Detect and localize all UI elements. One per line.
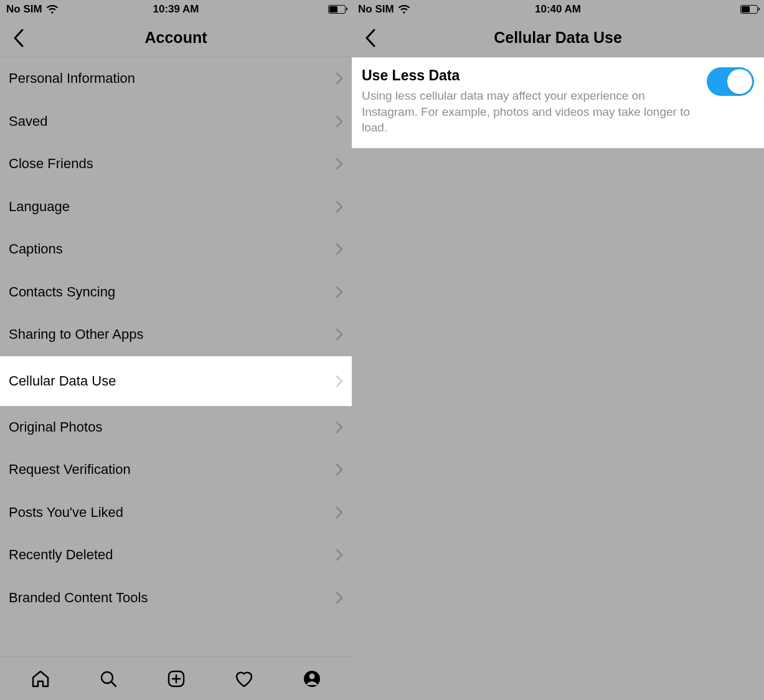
list-item-personal-information[interactable]: Personal Information xyxy=(0,57,352,100)
search-icon xyxy=(98,669,118,689)
list-item-label: Posts You've Liked xyxy=(9,504,123,521)
list-item-label: Contacts Syncing xyxy=(9,284,115,300)
battery-icon xyxy=(740,5,758,14)
chevron-left-icon xyxy=(13,29,24,47)
chevron-right-icon xyxy=(336,286,343,298)
chevron-right-icon xyxy=(336,506,343,519)
tab-activity[interactable] xyxy=(230,665,258,693)
list-item-captions[interactable]: Captions xyxy=(0,228,352,271)
chevron-right-icon xyxy=(336,421,343,433)
clock-label: 10:39 AM xyxy=(0,3,352,16)
tab-profile[interactable] xyxy=(298,665,326,693)
use-less-data-toggle[interactable] xyxy=(707,67,754,96)
list-item-saved[interactable]: Saved xyxy=(0,100,352,143)
list-item-language[interactable]: Language xyxy=(0,186,352,229)
nav-header: Account xyxy=(0,19,352,57)
list-item-label: Original Photos xyxy=(9,419,102,435)
heart-icon xyxy=(233,669,255,689)
list-item-label: Captions xyxy=(9,241,63,257)
use-less-data-row: Use Less Data Using less cellular data m… xyxy=(352,57,764,148)
chevron-right-icon xyxy=(336,243,343,255)
chevron-right-icon xyxy=(336,463,343,476)
list-item-posts-youve-liked[interactable]: Posts You've Liked xyxy=(0,491,352,534)
account-screen: No SIM 10:39 AM Account Personal Informa… xyxy=(0,0,352,700)
empty-area xyxy=(352,148,764,700)
list-item-label: Cellular Data Use xyxy=(9,373,116,389)
list-item-close-friends[interactable]: Close Friends xyxy=(0,143,352,186)
list-item-branded-content-tools[interactable]: Branded Content Tools xyxy=(0,577,352,620)
status-bar: No SIM 10:40 AM xyxy=(352,0,764,19)
chevron-right-icon xyxy=(336,115,343,128)
chevron-right-icon xyxy=(336,158,343,170)
list-item-cellular-data-use[interactable]: Cellular Data Use xyxy=(0,356,352,406)
setting-title: Use Less Data xyxy=(362,67,697,84)
account-settings-list: Personal Information Saved Close Friends… xyxy=(0,57,352,656)
list-item-original-photos[interactable]: Original Photos xyxy=(0,406,352,449)
list-item-label: Request Verification xyxy=(9,461,131,478)
plus-square-icon xyxy=(166,669,186,689)
back-button[interactable] xyxy=(5,19,32,57)
chevron-right-icon xyxy=(336,72,343,85)
list-item-request-verification[interactable]: Request Verification xyxy=(0,448,352,491)
page-title: Cellular Data Use xyxy=(494,29,622,47)
chevron-right-icon xyxy=(336,592,343,604)
tab-search[interactable] xyxy=(95,665,122,693)
chevron-right-icon xyxy=(336,375,343,387)
chevron-left-icon xyxy=(365,29,376,47)
list-item-label: Branded Content Tools xyxy=(9,590,148,606)
list-item-label: Personal Information xyxy=(9,70,135,87)
clock-label: 10:40 AM xyxy=(352,3,764,16)
profile-icon xyxy=(302,669,322,689)
list-item-label: Close Friends xyxy=(9,156,93,172)
page-title: Account xyxy=(145,29,207,47)
chevron-right-icon xyxy=(336,328,343,341)
svg-point-3 xyxy=(309,673,314,679)
tab-home[interactable] xyxy=(27,665,54,693)
chevron-right-icon xyxy=(336,201,343,213)
home-icon xyxy=(31,669,50,689)
battery-icon xyxy=(328,5,346,14)
bottom-tab-bar xyxy=(0,656,352,700)
nav-header: Cellular Data Use xyxy=(352,19,764,57)
chevron-right-icon xyxy=(336,549,343,561)
list-item-contacts-syncing[interactable]: Contacts Syncing xyxy=(0,271,352,314)
list-item-sharing-to-other-apps[interactable]: Sharing to Other Apps xyxy=(0,313,352,356)
back-button[interactable] xyxy=(357,19,384,57)
status-bar: No SIM 10:39 AM xyxy=(0,0,352,19)
list-item-label: Recently Deleted xyxy=(9,547,113,563)
list-item-label: Sharing to Other Apps xyxy=(9,326,143,343)
tab-create[interactable] xyxy=(163,665,190,693)
setting-description: Using less cellular data may affect your… xyxy=(362,88,697,136)
list-item-recently-deleted[interactable]: Recently Deleted xyxy=(0,534,352,577)
list-item-label: Language xyxy=(9,199,70,215)
cellular-data-use-screen: No SIM 10:40 AM Cellular Data Use Use Le… xyxy=(352,0,764,700)
list-item-label: Saved xyxy=(9,113,47,130)
